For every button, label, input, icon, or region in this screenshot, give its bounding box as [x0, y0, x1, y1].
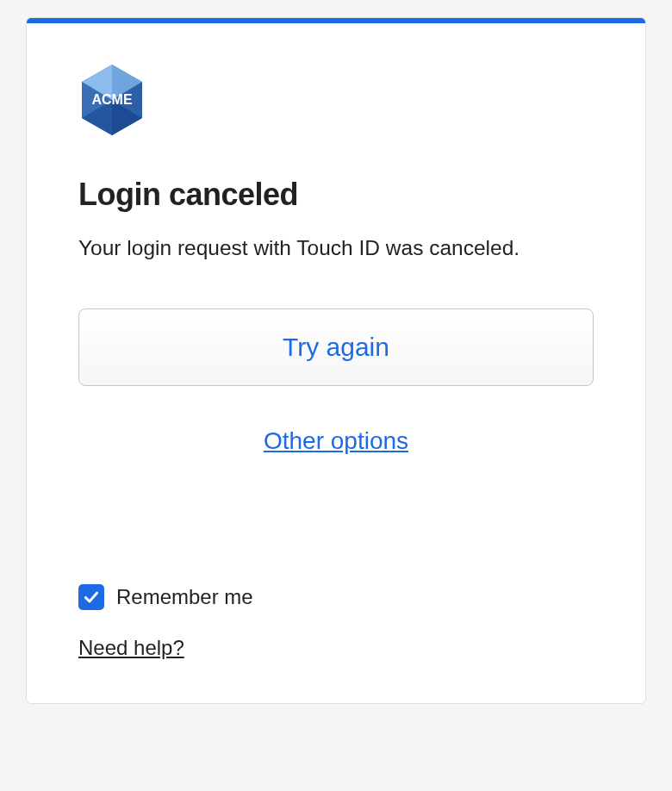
- need-help-link[interactable]: Need help?: [78, 636, 184, 660]
- page-heading: Login canceled: [78, 177, 594, 213]
- brand-logo-text: ACME: [91, 92, 132, 107]
- remember-me-label: Remember me: [116, 585, 253, 609]
- other-options-row: Other options: [78, 427, 594, 455]
- login-card: ACME Login canceled Your login request w…: [26, 17, 646, 704]
- other-options-link[interactable]: Other options: [264, 427, 408, 454]
- remember-me-row: Remember me: [78, 584, 594, 610]
- remember-me-checkbox[interactable]: [78, 584, 104, 610]
- brand-logo: ACME: [78, 61, 146, 139]
- try-again-button[interactable]: Try again: [78, 308, 594, 386]
- check-icon: [83, 589, 100, 606]
- brand-logo-wrap: ACME: [78, 61, 594, 139]
- card-content: ACME Login canceled Your login request w…: [27, 23, 645, 703]
- status-message: Your login request with Touch ID was can…: [78, 234, 594, 262]
